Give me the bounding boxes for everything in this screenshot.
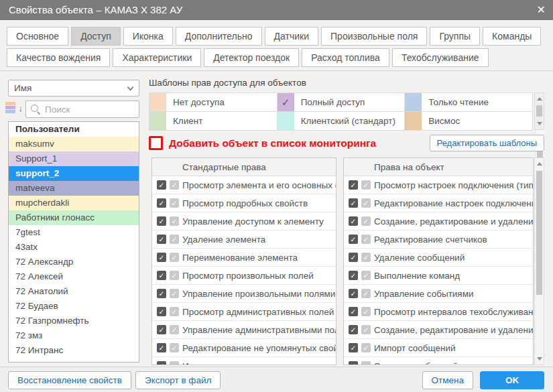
permission-checkbox-granted[interactable]: [157, 216, 166, 226]
permission-checkbox-granted[interactable]: [349, 343, 358, 352]
permission-checkbox-granted[interactable]: [157, 198, 166, 208]
scroll-down-icon[interactable]: [537, 357, 542, 361]
ok-button[interactable]: OK: [480, 371, 544, 389]
tab[interactable]: Характеристики: [113, 48, 201, 67]
tab[interactable]: Детектор поездок: [204, 48, 299, 67]
permission-checkbox-template[interactable]: [361, 235, 371, 244]
tab[interactable]: Датчики: [265, 27, 318, 46]
scrollbar-thumb[interactable]: [536, 105, 542, 117]
user-list-item[interactable]: Support_1: [9, 151, 139, 166]
restore-properties-button[interactable]: Восстановление свойств: [8, 371, 131, 389]
tab[interactable]: Качество вождения: [7, 48, 110, 67]
permission-checkbox-template[interactable]: [170, 253, 179, 262]
permission-checkbox-template[interactable]: [361, 325, 371, 334]
scrollbar-thumb[interactable]: [536, 171, 542, 295]
user-list-item[interactable]: support_2: [9, 166, 139, 181]
permission-checkbox-granted[interactable]: [157, 343, 166, 352]
tab[interactable]: Иконка: [123, 27, 173, 46]
permission-checkbox-granted[interactable]: [157, 253, 166, 262]
user-list-item[interactable]: matveeva: [9, 181, 139, 196]
tab[interactable]: Дополнительно: [176, 27, 262, 46]
permission-checkbox-granted[interactable]: [157, 271, 166, 280]
permission-checkbox-template[interactable]: [361, 180, 371, 190]
sort-by-color-icon[interactable]: [5, 102, 23, 117]
permission-checkbox-granted[interactable]: [157, 235, 166, 244]
permission-checkbox-granted[interactable]: [349, 271, 358, 280]
access-template-item[interactable]: Только чтение: [405, 93, 533, 112]
permission-row: Просмотр интервалов техобслуживания: [344, 303, 533, 321]
permission-checkbox-granted[interactable]: [349, 235, 358, 244]
permission-checkbox-granted[interactable]: [157, 325, 166, 334]
tab[interactable]: Основное: [7, 27, 68, 46]
permission-checkbox-granted[interactable]: [349, 180, 358, 190]
permission-checkbox-template[interactable]: [361, 289, 371, 298]
permission-checkbox-template[interactable]: [170, 361, 179, 365]
user-list-item[interactable]: 72 Алексей: [9, 269, 139, 284]
user-list-item[interactable]: 43atx: [9, 240, 139, 255]
search-input[interactable]: [45, 105, 139, 115]
user-list-item[interactable]: 72 Будаев: [9, 299, 139, 314]
permission-checkbox-granted[interactable]: [349, 253, 358, 262]
permission-checkbox-template[interactable]: [170, 216, 179, 226]
permission-checkbox-granted[interactable]: [349, 307, 358, 316]
permission-checkbox-template[interactable]: [361, 253, 371, 262]
tab[interactable]: Команды: [483, 27, 541, 46]
access-template-item[interactable]: Нет доступа: [149, 93, 278, 112]
permission-checkbox-template[interactable]: [170, 198, 179, 208]
close-icon[interactable]: ✕: [537, 0, 546, 20]
export-to-file-button[interactable]: Экспорт в файл: [135, 371, 221, 389]
user-list-item[interactable]: 72 змз: [9, 328, 139, 343]
permission-checkbox-template[interactable]: [170, 325, 179, 334]
access-template-item[interactable]: Полный доступ: [278, 93, 406, 112]
tab[interactable]: Произвольные поля: [321, 27, 427, 46]
access-template-item[interactable]: Висмос: [405, 112, 533, 131]
user-list-item[interactable]: maksumv: [9, 137, 139, 151]
add-to-monitoring-checkbox[interactable]: [149, 136, 163, 150]
user-search-field[interactable]: [25, 101, 139, 118]
permission-checkbox-template[interactable]: [361, 307, 371, 316]
tab[interactable]: Группы: [430, 27, 480, 46]
permission-checkbox-granted[interactable]: [349, 216, 358, 226]
tab[interactable]: Техобслуживание: [392, 48, 489, 67]
user-list-item[interactable]: 72 Анатолий: [9, 284, 139, 299]
permission-checkbox-template[interactable]: [361, 343, 371, 352]
permission-checkbox-granted[interactable]: [349, 361, 358, 365]
access-template-item[interactable]: Клиент: [149, 112, 278, 131]
templates-scrollbar[interactable]: [534, 92, 544, 130]
user-list-item[interactable]: 7gtest: [9, 225, 139, 240]
user-list-item[interactable]: Работники глонасс: [9, 210, 139, 225]
permission-checkbox-template[interactable]: [170, 343, 179, 352]
permission-row: Удаление элемента: [152, 231, 336, 249]
scroll-up-icon[interactable]: [537, 97, 542, 101]
permission-checkbox-template[interactable]: [170, 180, 179, 190]
permission-label: Просмотр настроек подключения (тип у...: [374, 180, 533, 190]
permission-checkbox-granted[interactable]: [157, 289, 166, 298]
permission-checkbox-template[interactable]: [361, 361, 371, 365]
permission-checkbox-granted[interactable]: [349, 198, 358, 208]
user-list-item[interactable]: 72 Александр: [9, 255, 139, 269]
user-list-item[interactable]: mupcherdakli: [9, 196, 139, 210]
permission-checkbox-template[interactable]: [170, 271, 179, 280]
user-list-item[interactable]: 72 Интранс: [9, 343, 139, 358]
permission-checkbox-template[interactable]: [170, 235, 179, 244]
permission-checkbox-granted[interactable]: [157, 180, 166, 190]
permission-checkbox-granted[interactable]: [349, 289, 358, 298]
permission-checkbox-template[interactable]: [361, 198, 371, 208]
cancel-button[interactable]: Отмена: [422, 371, 473, 389]
object-rights-scrollbar[interactable]: [534, 157, 544, 365]
permission-checkbox-template[interactable]: [361, 216, 371, 226]
edit-templates-button[interactable]: Редактировать шаблоны: [430, 135, 544, 151]
permission-checkbox-template[interactable]: [361, 271, 371, 280]
permission-checkbox-granted[interactable]: [157, 361, 166, 365]
permission-checkbox-granted[interactable]: [349, 325, 358, 334]
user-filter-dropdown[interactable]: Имя: [8, 80, 139, 96]
tab[interactable]: Расход топлива: [302, 48, 389, 67]
tab[interactable]: Доступ: [71, 27, 121, 46]
permission-checkbox-template[interactable]: [170, 289, 179, 298]
user-list-item[interactable]: 72 Газпромнефть: [9, 314, 139, 328]
access-template-item[interactable]: Клиентский (стандарт): [278, 112, 406, 131]
scroll-up-icon[interactable]: [537, 162, 542, 166]
permission-checkbox-granted[interactable]: [157, 307, 166, 316]
scroll-down-icon[interactable]: [537, 122, 542, 125]
permission-checkbox-template[interactable]: [170, 307, 179, 316]
